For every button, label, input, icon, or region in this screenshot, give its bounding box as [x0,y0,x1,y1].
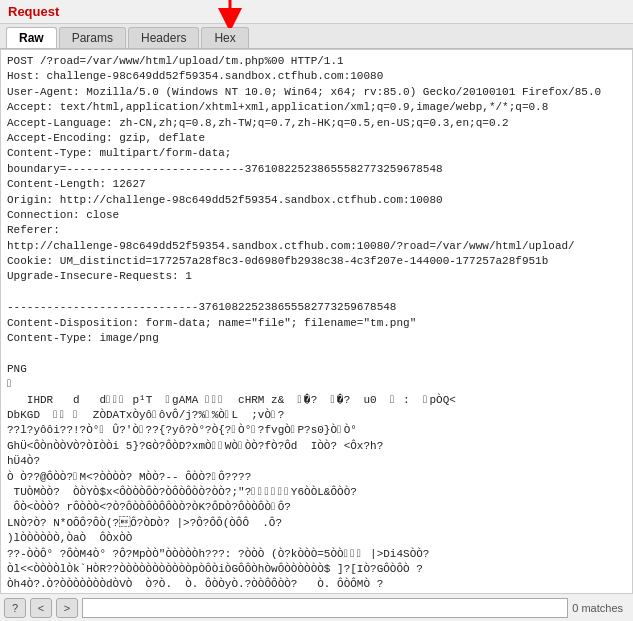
help-button[interactable]: ? [4,598,26,618]
search-input[interactable] [82,598,568,618]
match-count: 0 matches [572,602,629,614]
request-panel: Request Raw Params Headers Hex POST /?ro… [0,0,633,621]
tab-hex[interactable]: Hex [201,27,248,48]
panel-title: Request [0,0,633,24]
next-button[interactable]: > [56,598,78,618]
content-area: POST /?road=/var/www/html/upload/tm.php%… [0,49,633,593]
tab-headers[interactable]: Headers [128,27,199,48]
text-wrapper: POST /?road=/var/www/html/upload/tm.php%… [0,49,633,593]
tab-params[interactable]: Params [59,27,126,48]
tab-raw[interactable]: Raw [6,27,57,48]
request-content[interactable]: POST /?road=/var/www/html/upload/tm.php%… [0,49,633,593]
tabs-bar: Raw Params Headers Hex [0,24,633,49]
footer-bar: ? < > 0 matches [0,593,633,621]
prev-button[interactable]: < [30,598,52,618]
